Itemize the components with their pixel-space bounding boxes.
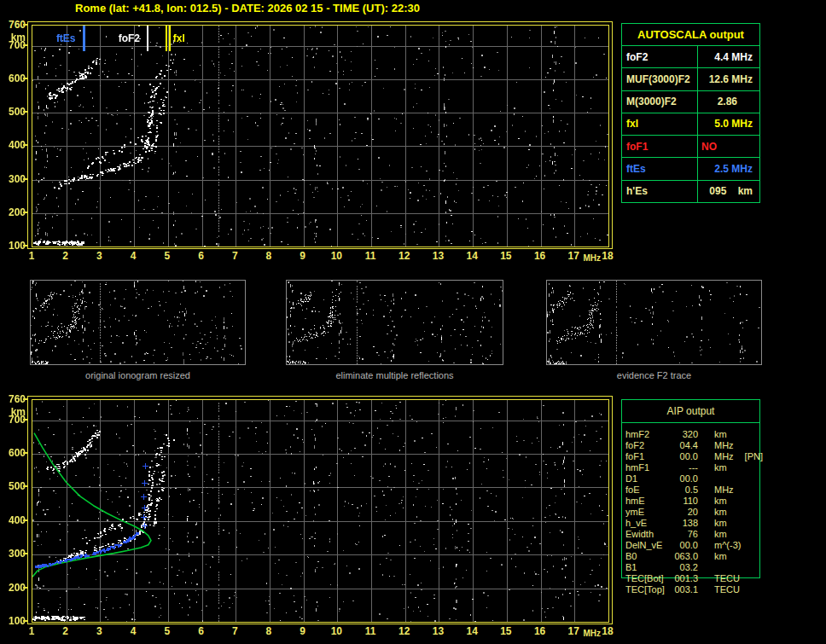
x-tick-label: 14 — [462, 251, 482, 261]
x-tick-label: 13 — [428, 626, 448, 636]
y-tick-label: 700 — [0, 40, 26, 50]
x-tick-label: 1 — [21, 626, 42, 636]
param-value: 5.0 MHz — [698, 113, 759, 135]
y-tick-label: 100 — [0, 241, 26, 251]
param-label: hmF1 — [621, 462, 671, 473]
param-label: h_vE — [621, 518, 671, 529]
param-value: 12.6 MHz — [698, 68, 759, 90]
y-tick-mark — [23, 144, 27, 146]
thumbnail-original-ionogram — [30, 280, 246, 365]
param-label: h'Es — [622, 181, 698, 202]
y-tick-mark — [23, 519, 27, 521]
x-tick-label: 3 — [89, 626, 109, 636]
param-value: 0.5 — [671, 484, 698, 496]
y-tick-label: 400 — [0, 515, 26, 525]
y-tick-label: 300 — [0, 174, 26, 184]
table-row: D100.0 — [621, 473, 759, 484]
x-tick-label: 9 — [293, 626, 313, 636]
x-tick-label: 9 — [293, 251, 313, 261]
param-unit: MHz — [698, 451, 734, 462]
param-unit: km — [698, 518, 727, 529]
param-label: foF1 — [621, 451, 671, 462]
thumbnail-eliminate-reflections — [286, 280, 503, 365]
table-row: MUF(3000)F212.6 MHz — [622, 68, 759, 90]
table-row: M(3000)F22.86 — [622, 91, 759, 113]
table-row: ftEs2.5 MHz — [622, 158, 759, 180]
param-unit: MHz — [698, 440, 734, 451]
x-tick-label: 6 — [191, 251, 212, 261]
y-tick-mark — [23, 620, 27, 622]
x-tick-label: 7 — [224, 626, 245, 636]
y-tick-label: 760 — [0, 20, 26, 30]
param-value: 03.2 — [671, 562, 698, 573]
x-tick-label: 5 — [157, 626, 177, 636]
thumbnail-canvas-evidence — [547, 281, 761, 364]
table-row: hmF1---km — [621, 462, 759, 473]
x-tick-label: 15 — [496, 251, 516, 261]
y-tick-label: 500 — [0, 107, 26, 117]
autoscala-output-table: AUTOSCALA output foF24.4 MHzMUF(3000)F21… — [621, 23, 760, 203]
thumbnail-caption-evidence: evidence F2 trace — [546, 370, 762, 380]
x-tick-label: 16 — [530, 626, 550, 636]
x-tick-label: 1 — [21, 251, 42, 261]
y-tick-mark — [23, 587, 27, 589]
param-label: ftEs — [622, 158, 698, 179]
y-tick-mark — [23, 398, 27, 400]
table-row: foF1NO — [622, 136, 759, 158]
y-tick-mark — [23, 78, 27, 79]
param-value: NO — [698, 136, 759, 157]
param-label: fxI — [622, 113, 698, 135]
param-label: DelN_vE — [621, 540, 671, 551]
x-tick-label: 10 — [326, 251, 346, 261]
thumbnail-canvas-reflections — [287, 281, 503, 364]
thumbnail-canvas-original — [31, 281, 245, 364]
param-label: Ewidth — [621, 529, 671, 540]
param-label: ymE — [621, 507, 671, 518]
param-value: 003.1 — [671, 584, 698, 595]
param-unit: MHz — [698, 484, 734, 496]
x-tick-label: 2 — [55, 626, 76, 636]
aip-table-rows: hmF2320kmfoF204.4MHzfoF100.0MHz[PN]hmF1-… — [621, 422, 759, 595]
param-value: 20 — [671, 507, 698, 518]
param-label: hmE — [621, 496, 671, 507]
table-row: B0063.0km — [621, 551, 759, 562]
table-row: foE0.5MHz — [621, 484, 759, 496]
x-tick-label: 14 — [462, 626, 482, 636]
param-label: MUF(3000)F2 — [622, 68, 698, 90]
thumbnail-caption-reflections: eliminate multiple reflections — [286, 370, 503, 380]
y-tick-label: 600 — [0, 448, 26, 458]
param-label: foF2 — [622, 46, 698, 67]
y-tick-mark — [23, 24, 27, 26]
y-tick-label: 760 — [0, 394, 26, 404]
y-tick-mark — [23, 245, 27, 247]
param-extra: [PN] — [734, 451, 763, 462]
param-unit: TECU — [698, 584, 740, 595]
table-row: foF100.0MHz[PN] — [621, 451, 759, 462]
y-tick-label: 600 — [0, 73, 26, 84]
y-tick-label: 400 — [0, 140, 26, 150]
param-unit: m^(-3) — [698, 540, 741, 551]
x-tick-label: 8 — [259, 251, 279, 261]
x-tick-label: 6 — [191, 626, 212, 636]
table-row: TEC[Bot]001.3TECU — [621, 573, 759, 584]
param-value: 063.0 — [671, 551, 698, 562]
ionogram-plot-bottom — [27, 396, 613, 624]
x-tick-label: 15 — [496, 626, 516, 636]
y-tick-label: 200 — [0, 207, 26, 218]
y-tick-mark — [23, 419, 27, 421]
y-tick-mark — [23, 111, 27, 113]
table-row: ymE20km — [621, 507, 759, 518]
param-value: 4.4 MHz — [698, 46, 759, 67]
param-label: B0 — [621, 551, 671, 562]
y-tick-mark — [23, 553, 27, 554]
param-label: foE — [621, 484, 671, 496]
x-tick-label: 12 — [394, 251, 415, 261]
table-row: hmE110km — [621, 496, 759, 507]
param-unit: TECU — [698, 573, 740, 584]
param-value: --- — [671, 462, 698, 473]
x-tick-label: 12 — [394, 626, 415, 636]
thumbnail-caption-original: original ionogram resized — [30, 370, 246, 380]
table-row: h'Es095 km — [622, 181, 759, 202]
x-tick-label: 7 — [224, 251, 245, 261]
ionogram-canvas-top — [32, 25, 609, 247]
